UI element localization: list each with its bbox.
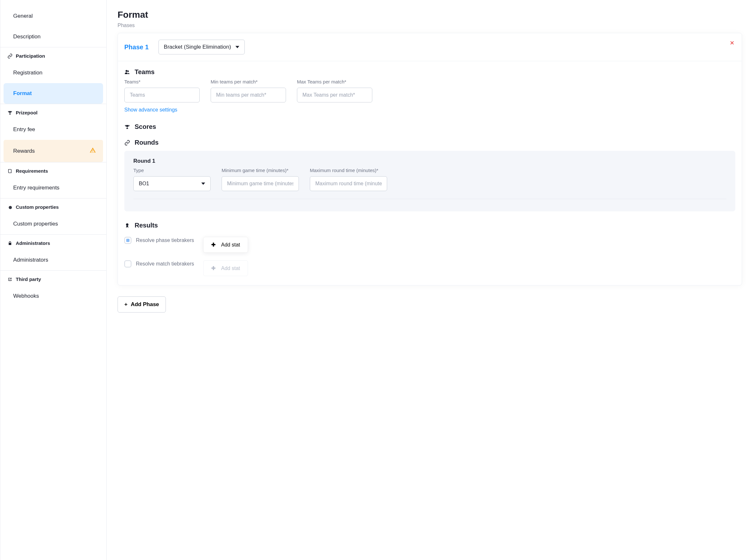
max-teams-field-label: Max Teams per match* — [297, 79, 372, 84]
show-advance-settings-link[interactable]: Show advance settings — [124, 107, 178, 113]
page-subtitle: Phases — [118, 23, 742, 28]
sidebar-item-entry-requirements[interactable]: Entry requirements — [0, 178, 106, 198]
phase-format-select[interactable]: Bracket (Single Elimination) — [159, 40, 245, 55]
lock-icon — [7, 241, 13, 246]
award-icon — [124, 223, 130, 228]
plus-icon: + — [124, 301, 127, 308]
link-icon — [124, 140, 130, 146]
round-type-select[interactable]: BO1 — [133, 176, 211, 191]
rounds-heading: Rounds — [124, 139, 735, 146]
main-content: Format Phases Phase 1 Bracket (Single El… — [107, 0, 753, 560]
users-icon — [124, 69, 130, 75]
phase-header: Phase 1 Bracket (Single Elimination) — [118, 33, 742, 61]
sidebar-item-administrators[interactable]: Administrators — [0, 250, 106, 270]
sidebar-section-label: Prizepool — [16, 110, 38, 115]
gear-icon — [7, 205, 13, 210]
resolve-match-tiebreakers-checkbox[interactable] — [124, 260, 131, 267]
external-icon — [7, 277, 13, 282]
add-stat-button[interactable]: ✚ Add stat — [203, 237, 248, 253]
sidebar-section-label: Third party — [16, 277, 41, 282]
sidebar-section-participation: Participation — [0, 47, 106, 62]
round-box: Round 1 Type BO1 Minimum game time (minu… — [124, 151, 735, 212]
sidebar-section-label: Requirements — [16, 168, 48, 174]
page-title: Format — [118, 10, 742, 20]
sidebar-section-custom-properties: Custom properties — [0, 198, 106, 214]
svg-point-0 — [126, 223, 128, 226]
teams-field-label: Teams* — [124, 79, 200, 84]
sidebar-section-label: Administrators — [16, 240, 50, 246]
sidebar-section-requirements: Requirements — [0, 162, 106, 178]
sidebar-item-description[interactable]: Description — [0, 26, 106, 47]
sidebar-section-label: Custom properties — [16, 204, 59, 210]
sidebar-section-label: Participation — [16, 53, 45, 59]
max-round-time-label: Maximum round time (minutes)* — [310, 167, 387, 173]
add-stat-button-disabled: ✚ Add stat — [203, 260, 248, 276]
link-icon — [7, 54, 13, 59]
sidebar-section-administrators: Administrators — [0, 234, 106, 250]
sidebar-item-entry-fee[interactable]: Entry fee — [0, 119, 106, 140]
sidebar-section-prizepool: Prizepool — [0, 104, 106, 119]
phase-card: Phase 1 Bracket (Single Elimination) Tea… — [118, 33, 742, 285]
sidebar-item-custom-properties[interactable]: Custom properties — [0, 214, 106, 234]
round-type-label: Type — [133, 167, 211, 173]
trophy-icon — [7, 110, 13, 115]
sidebar-item-general[interactable]: General — [0, 4, 106, 26]
scores-heading: Scores — [124, 123, 735, 131]
sidebar-item-format[interactable]: Format — [3, 83, 103, 104]
trophy-icon — [124, 124, 130, 130]
results-heading: Results — [124, 222, 735, 229]
sidebar-item-registration[interactable]: Registration — [0, 62, 106, 83]
resolve-phase-tiebreakers-label: Resolve phase tiebrakers — [136, 237, 194, 244]
sidebar-item-label: Rewards — [13, 148, 35, 154]
add-phase-button[interactable]: + Add Phase — [118, 296, 166, 313]
resolve-phase-tiebreakers-checkbox[interactable] — [124, 237, 131, 244]
max-round-time-input[interactable] — [310, 176, 387, 191]
round-divider — [133, 199, 726, 199]
plus-icon: ✚ — [211, 242, 216, 248]
teams-heading: Teams — [124, 68, 735, 76]
min-teams-field-label: Min teams per match* — [211, 79, 286, 84]
resolve-match-tiebreakers-label: Resolve match tiebrakers — [136, 260, 194, 267]
round-title: Round 1 — [133, 158, 726, 164]
teams-input[interactable] — [124, 88, 200, 102]
max-teams-input[interactable] — [297, 88, 372, 102]
phase-label: Phase 1 — [124, 43, 149, 51]
sidebar: General Description Participation Regist… — [0, 0, 107, 560]
min-teams-input[interactable] — [211, 88, 286, 102]
sidebar-item-webhooks[interactable]: Webhooks — [0, 286, 106, 306]
close-icon — [730, 40, 735, 45]
warning-icon — [89, 147, 96, 155]
sidebar-item-rewards[interactable]: Rewards — [3, 140, 103, 162]
sidebar-section-third-party: Third party — [0, 270, 106, 286]
phase-delete-button[interactable] — [730, 40, 735, 47]
min-game-time-input[interactable] — [222, 176, 299, 191]
plus-icon: ✚ — [211, 265, 216, 271]
book-icon — [7, 168, 13, 174]
min-game-time-label: Minimum game time (minutes)* — [222, 167, 299, 173]
